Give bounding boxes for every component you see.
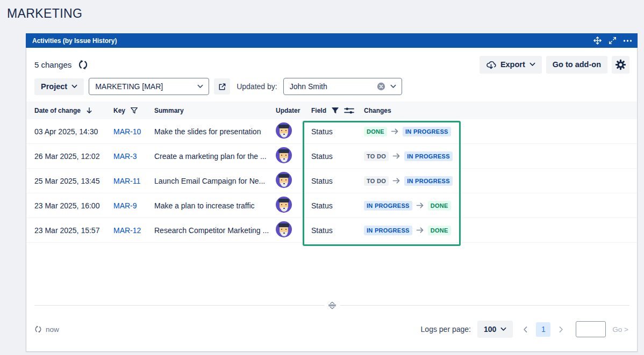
arrow-right-icon [391, 128, 399, 135]
logs-per-page-label: Logs per page: [421, 325, 471, 334]
issue-key-link[interactable]: MAR-11 [113, 177, 154, 185]
project-select-value: MARKETING [MAR] [95, 82, 163, 91]
row-field: Status [311, 177, 364, 185]
refresh-now-button[interactable] [34, 325, 42, 333]
row-summary: Launch Email Campaign for Ne... [154, 177, 276, 185]
col-date-of-change: Date of change [34, 107, 81, 114]
row-field: Status [311, 201, 364, 210]
row-changes: TO DO IN PROGRESS [364, 151, 637, 161]
status-badge-to: IN PROGRESS [404, 151, 453, 161]
next-page-icon[interactable] [557, 326, 565, 333]
gadget-title: Activities (by Issue History) [32, 37, 117, 45]
updater-avatar[interactable] [276, 172, 292, 188]
page-title: MARKETING [7, 6, 82, 21]
arrow-right-icon [392, 153, 400, 160]
logs-per-page-select[interactable]: 100 [477, 321, 513, 338]
filters-row: Project MARKETING [MAR] Updated by: John… [34, 77, 402, 96]
table-row: 23 Mar 2025, 16:00 MAR-9 Make a plan to … [26, 193, 637, 218]
chevron-down-icon [71, 84, 77, 89]
row-summary: Create a marketing plan for the ... [154, 152, 276, 161]
table-row: 03 Apr 2025, 14:30 MAR-10 Make the slide… [26, 119, 637, 144]
goto-addon-button[interactable]: Go to add-on [546, 56, 607, 74]
row-date: 03 Apr 2025, 14:30 [34, 127, 113, 136]
col-changes: Changes [364, 107, 391, 114]
gear-icon [615, 59, 626, 70]
status-badge-from: TO DO [364, 176, 389, 186]
chevron-down-icon [529, 62, 535, 67]
table-row: 23 Mar 2025, 15:57 MAR-12 Research Compe… [26, 218, 637, 243]
updated-by-label: Updated by: [237, 82, 277, 91]
updater-avatar[interactable] [276, 221, 292, 237]
issue-key-link[interactable]: MAR-3 [113, 152, 154, 161]
panel-footer: now Logs per page: 100 1 Go > [34, 317, 628, 341]
issue-key-link[interactable]: MAR-10 [113, 127, 154, 136]
filter-active-icon[interactable] [331, 106, 339, 114]
project-filter-button[interactable]: Project [34, 78, 84, 95]
chevron-down-icon [197, 84, 203, 89]
row-summary: Make the slides for presentation [154, 127, 276, 136]
toolbar: 5 changes [34, 55, 629, 74]
resize-handle-icon[interactable] [324, 301, 340, 309]
status-badge-to: IN PROGRESS [403, 127, 451, 136]
status-badge-to: DONE [428, 226, 451, 235]
status-badge-from: IN PROGRESS [364, 201, 412, 211]
row-date: 26 Mar 2025, 12:02 [34, 152, 113, 161]
table-header: Date of change Key Summary Updater Field [26, 102, 637, 119]
settings-button[interactable] [612, 56, 629, 74]
external-link-icon [218, 82, 227, 91]
field-settings-icon[interactable] [344, 106, 354, 115]
open-project-button[interactable] [214, 78, 230, 95]
refresh-button[interactable] [78, 60, 88, 70]
activities-gadget: Activities (by Issue History) [26, 33, 638, 352]
table-row: 26 Mar 2025, 12:02 MAR-3 Create a market… [26, 144, 637, 169]
col-updater: Updater [276, 107, 300, 114]
filter-icon[interactable] [130, 106, 138, 114]
status-badge-to: DONE [428, 201, 451, 211]
row-changes: IN PROGRESS DONE [364, 226, 637, 235]
export-button[interactable]: Export [480, 56, 542, 74]
issue-key-link[interactable]: MAR-12 [113, 226, 154, 235]
col-key: Key [113, 107, 125, 114]
row-date: 23 Mar 2025, 15:57 [34, 226, 113, 235]
row-field: Status [311, 226, 364, 235]
table-row: 25 Mar 2025, 13:45 MAR-11 Launch Email C… [26, 169, 637, 193]
goto-addon-label: Go to add-on [553, 60, 601, 69]
row-field: Status [311, 127, 364, 136]
updater-avatar[interactable] [276, 197, 292, 213]
status-badge-to: IN PROGRESS [404, 176, 453, 186]
status-badge-from: DONE [364, 127, 387, 136]
project-select[interactable]: MARKETING [MAR] [89, 78, 209, 95]
updater-avatar[interactable] [276, 122, 292, 139]
row-summary: Research Competitor Marketing ... [154, 226, 276, 235]
page-number-button[interactable]: 1 [536, 322, 550, 337]
gadget-header: Activities (by Issue History) [26, 33, 638, 48]
chevron-down-icon [500, 327, 506, 331]
project-filter-label: Project [41, 82, 67, 91]
go-button[interactable]: Go > [612, 325, 628, 334]
export-label: Export [500, 60, 525, 69]
goto-page-input[interactable] [576, 321, 606, 337]
updater-avatar[interactable] [276, 147, 292, 163]
last-refresh-label: now [46, 325, 59, 334]
chevron-down-icon [390, 84, 396, 89]
col-summary: Summary [154, 107, 184, 114]
move-icon[interactable] [593, 36, 602, 45]
col-field: Field [311, 107, 326, 114]
expand-icon[interactable] [609, 37, 617, 45]
table-body: 03 Apr 2025, 14:30 MAR-10 Make the slide… [26, 119, 637, 243]
arrow-right-icon [416, 227, 424, 234]
logs-per-page-value: 100 [484, 325, 496, 334]
status-badge-from: TO DO [364, 151, 389, 161]
export-cloud-icon [486, 60, 496, 69]
sort-desc-icon[interactable] [85, 106, 93, 114]
divider [34, 305, 629, 306]
prev-page-icon[interactable] [521, 326, 529, 333]
changes-count: 5 changes [34, 60, 71, 69]
more-icon[interactable] [623, 39, 632, 42]
status-badge-from: IN PROGRESS [364, 226, 412, 235]
updated-by-select[interactable]: John Smith [283, 78, 402, 95]
clear-icon[interactable] [377, 82, 385, 91]
updated-by-value: John Smith [290, 82, 327, 91]
row-date: 23 Mar 2025, 16:00 [34, 201, 113, 210]
issue-key-link[interactable]: MAR-9 [113, 201, 154, 210]
